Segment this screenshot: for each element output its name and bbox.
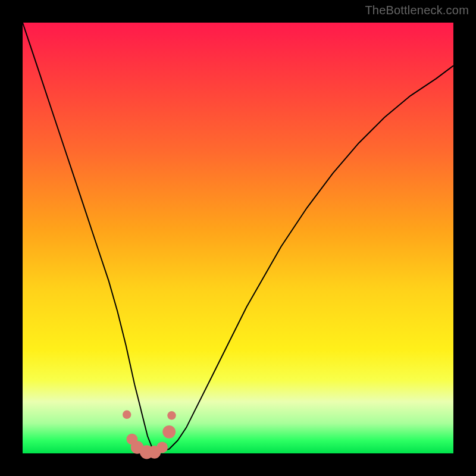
- curve-marker: [123, 411, 131, 419]
- curve-marker: [162, 425, 176, 439]
- chart-frame: TheBottleneck.com: [0, 0, 476, 476]
- curve-markers: [123, 411, 176, 459]
- watermark-text: TheBottleneck.com: [365, 4, 469, 17]
- curve-marker: [167, 411, 176, 419]
- bottleneck-curve-svg: [23, 23, 453, 453]
- curve-marker: [156, 442, 168, 453]
- plot-area: [23, 23, 453, 453]
- bottleneck-curve: [23, 23, 453, 451]
